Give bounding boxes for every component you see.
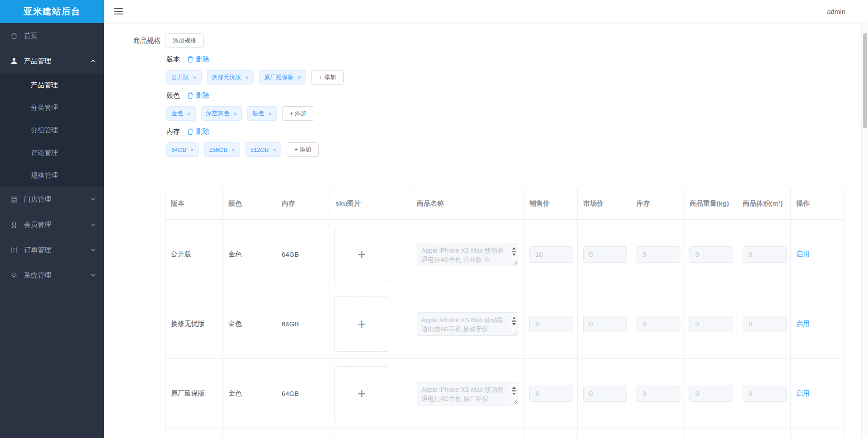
spec-tag: 换修无忧版×	[207, 70, 254, 85]
product-name-textarea[interactable]: Apple iPhone XS Max 移动联通电信4G手机 换修无忧	[417, 312, 518, 336]
spec-header-row: 商品规格 添加规格	[133, 33, 868, 48]
tag-label: 64GB	[171, 146, 186, 153]
weight-input[interactable]	[689, 316, 733, 332]
sku-upload-button[interactable]: +	[334, 227, 389, 282]
add-spec-value-button[interactable]: + 添加	[311, 70, 344, 85]
sidebar-item-order-management[interactable]: 订单管理	[0, 237, 104, 263]
close-icon[interactable]: ×	[190, 147, 194, 153]
sidebar-item-system-management[interactable]: 系统管理	[0, 263, 104, 288]
tag-label: 原厂延保版	[264, 73, 293, 81]
weight-input[interactable]	[689, 386, 733, 402]
delete-spec-link[interactable]: 删除	[187, 55, 209, 64]
cell-version: 公开版	[165, 220, 223, 289]
sidebar-item-product-management[interactable]: 产品管理	[0, 48, 104, 74]
enable-link[interactable]: 启用	[796, 250, 810, 258]
delete-spec-link[interactable]: 删除	[187, 127, 209, 136]
product-name-textarea[interactable]: Apple iPhone XS Max 移动联通电信4G手机 公开版 金	[417, 243, 518, 266]
sku-upload-button[interactable]: +	[334, 366, 389, 421]
cell-memory: 64GB	[276, 220, 330, 289]
scroll-up-icon[interactable]	[512, 315, 516, 319]
sidebar-item-spec-management[interactable]: 规格管理	[0, 164, 104, 187]
tag-label: 金色	[171, 109, 183, 118]
sale-price-input[interactable]	[529, 246, 573, 263]
stock-input[interactable]	[637, 316, 680, 332]
scroll-up-icon[interactable]	[512, 385, 516, 389]
market-price-input[interactable]	[583, 246, 627, 263]
sku-table: 版本 颜色 内存 sku图片 商品名称 销售价 市场价 库存 商品重量(kg) …	[165, 188, 844, 438]
delete-spec-link[interactable]: 删除	[187, 91, 209, 100]
page-scrollbar-track[interactable]	[861, 23, 868, 438]
trash-icon	[187, 56, 193, 63]
sidebar-item-group-management[interactable]: 分组管理	[0, 119, 104, 141]
plus-icon: +	[358, 386, 366, 401]
table-row: +	[165, 429, 844, 438]
add-spec-value-button[interactable]: + 添加	[282, 106, 314, 121]
sidebar-item-label: 系统管理	[24, 271, 90, 280]
scroll-up-icon[interactable]	[512, 245, 516, 250]
sale-price-input[interactable]	[529, 386, 573, 402]
close-icon[interactable]: ×	[193, 75, 197, 80]
sale-price-input[interactable]	[529, 316, 573, 332]
market-price-input[interactable]	[583, 386, 627, 402]
add-spec-value-button[interactable]: + 添加	[287, 142, 319, 157]
stock-input[interactable]	[637, 386, 680, 402]
cell-version: 换修无忧版	[165, 289, 223, 359]
sidebar-item-label: 评论管理	[31, 149, 58, 157]
main-area: admin 商品规格 添加规格 版本 删除 公开版× 换修无忧版× 原厂延保版×…	[104, 0, 868, 438]
spec-tag: 原厂延保版×	[259, 70, 306, 85]
sku-upload-button[interactable]: +	[334, 297, 389, 352]
spec-tag: 深空灰色×	[201, 106, 242, 121]
sidebar-item-comment-management[interactable]: 评论管理	[0, 141, 104, 164]
close-icon[interactable]: ×	[297, 75, 301, 80]
scrollbar-thumb[interactable]	[512, 251, 516, 252]
scroll-down-icon[interactable]	[512, 254, 516, 258]
product-name-text: Apple iPhone XS Max 移动联通电信4G手机 换修无忧	[421, 316, 507, 334]
close-icon[interactable]: ×	[245, 75, 249, 80]
scrollbar-thumb[interactable]	[512, 320, 516, 322]
col-color: 颜色	[223, 188, 276, 220]
spec-group-name: 颜色	[166, 91, 180, 100]
chevron-down-icon	[90, 247, 96, 253]
hamburger-menu-icon[interactable]	[114, 8, 123, 14]
sidebar-item-store-management[interactable]: 门店管理	[0, 187, 104, 212]
close-icon[interactable]: ×	[268, 111, 272, 117]
spec-group-title: 内存 删除	[166, 127, 868, 136]
settings-icon	[10, 271, 18, 279]
page-scrollbar-thumb[interactable]	[863, 33, 867, 128]
scrollbar-thumb[interactable]	[512, 390, 516, 391]
add-spec-button[interactable]: 添加规格	[165, 33, 204, 48]
col-sku-image: sku图片	[330, 188, 411, 220]
user-menu[interactable]: admin	[827, 8, 845, 15]
stock-input[interactable]	[637, 246, 680, 263]
volume-input[interactable]	[743, 386, 787, 402]
spec-tag: 256GB×	[204, 142, 240, 157]
scroll-down-icon[interactable]	[512, 323, 516, 327]
scroll-down-icon[interactable]	[512, 393, 516, 397]
volume-input[interactable]	[743, 316, 787, 332]
trash-icon	[187, 128, 193, 135]
sidebar-item-label: 订单管理	[24, 246, 90, 254]
market-price-input[interactable]	[583, 316, 627, 332]
table-row: 原厂延保版 金色 64GB + Apple iPhone XS Max 移动联通…	[165, 359, 844, 429]
sidebar-item-product-list[interactable]: 产品管理	[0, 74, 104, 96]
spec-tag: 金色×	[166, 106, 196, 121]
sidebar-item-home[interactable]: 首页	[0, 23, 104, 48]
product-name-textarea[interactable]: Apple iPhone XS Max 移动联通电信4G手机 原厂延保	[417, 382, 518, 405]
delete-label: 删除	[196, 55, 209, 64]
col-weight: 商品重量(kg)	[684, 188, 737, 220]
close-icon[interactable]: ×	[273, 147, 276, 153]
tag-label: 512GB	[250, 146, 269, 153]
volume-input[interactable]	[743, 246, 787, 263]
close-icon[interactable]: ×	[231, 147, 235, 153]
close-icon[interactable]: ×	[234, 111, 237, 117]
enable-link[interactable]: 启用	[796, 320, 810, 327]
sidebar-item-member-management[interactable]: 会员管理	[0, 212, 104, 237]
close-icon[interactable]: ×	[187, 111, 191, 117]
cell-color: 金色	[223, 289, 276, 359]
sidebar-submenu-product: 产品管理 分类管理 分组管理 评论管理 规格管理	[0, 74, 104, 187]
sidebar-item-category-management[interactable]: 分类管理	[0, 96, 104, 119]
enable-link[interactable]: 启用	[796, 389, 810, 397]
sku-upload-button[interactable]: +	[334, 436, 389, 438]
tag-label: 公开版	[171, 73, 189, 81]
weight-input[interactable]	[689, 246, 733, 263]
